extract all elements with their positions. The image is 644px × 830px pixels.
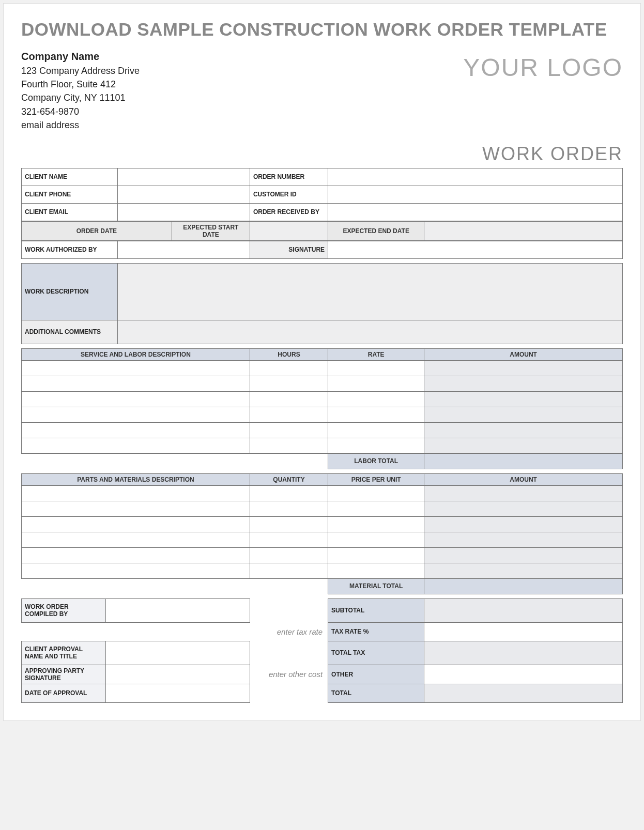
- table-row: [22, 532, 623, 547]
- service-hours-header: HOURS: [250, 348, 328, 360]
- company-block: Company Name 123 Company Address Drive F…: [21, 49, 140, 131]
- client-name-input[interactable]: [118, 168, 250, 186]
- customer-id-label: CUSTOMER ID: [250, 186, 328, 203]
- compiled-by-label: WORK ORDER COMPILED BY: [22, 598, 106, 622]
- expected-end-label: EXPECTED END DATE: [328, 221, 424, 240]
- subtotal-label: SUBTOTAL: [328, 598, 424, 622]
- client-approval-label: CLIENT APPROVAL NAME AND TITLE: [22, 641, 106, 665]
- auth-table: WORK AUTHORIZED BY SIGNATURE: [21, 241, 623, 259]
- order-date-label: ORDER DATE: [22, 221, 172, 240]
- doc-type: WORK ORDER: [21, 143, 623, 165]
- client-approval-input[interactable]: [105, 641, 250, 665]
- approving-sig-label: APPROVING PARTY SIGNATURE: [22, 665, 106, 684]
- total-tax-value[interactable]: [424, 641, 623, 665]
- table-row: [22, 516, 623, 532]
- other-value[interactable]: [424, 665, 623, 684]
- service-rate-header: RATE: [328, 348, 424, 360]
- table-row: [22, 360, 623, 376]
- service-labor-table: SERVICE AND LABOR DESCRIPTION HOURS RATE…: [21, 348, 623, 469]
- total-tax-label: TOTAL TAX: [328, 641, 424, 665]
- work-desc-label: WORK DESCRIPTION: [22, 263, 118, 320]
- company-city: Company City, NY 11101: [21, 91, 140, 104]
- company-phone: 321-654-9870: [21, 105, 140, 118]
- total-label: TOTAL: [328, 684, 424, 702]
- total-value[interactable]: [424, 684, 623, 702]
- signature-input[interactable]: [328, 241, 623, 258]
- other-label: OTHER: [328, 665, 424, 684]
- table-row: [22, 438, 623, 453]
- other-hint: enter other cost: [250, 665, 328, 684]
- company-addr2: Fourth Floor, Suite 412: [21, 78, 140, 91]
- dates-table: ORDER DATE EXPECTED START DATE EXPECTED …: [21, 221, 623, 241]
- compiled-by-input[interactable]: [105, 598, 250, 622]
- parts-materials-table: PARTS AND MATERIALS DESCRIPTION QUANTITY…: [21, 473, 623, 594]
- signature-label: SIGNATURE: [250, 241, 328, 258]
- parts-amount-header: AMOUNT: [424, 473, 623, 485]
- date-approval-input[interactable]: [105, 684, 250, 702]
- description-table: WORK DESCRIPTION ADDITIONAL COMMENTS: [21, 263, 623, 344]
- footer-composite: WORK ORDER COMPILED BY SUBTOTAL enter ta…: [21, 598, 623, 703]
- add-comments-input[interactable]: [118, 320, 623, 344]
- parts-desc-header: PARTS AND MATERIALS DESCRIPTION: [22, 473, 250, 485]
- service-amount-header: AMOUNT: [424, 348, 623, 360]
- labor-total-value[interactable]: [424, 453, 623, 469]
- expected-start-input[interactable]: [250, 221, 328, 240]
- client-order-table: CLIENT NAME ORDER NUMBER CLIENT PHONE CU…: [21, 168, 623, 221]
- order-number-label: ORDER NUMBER: [250, 168, 328, 186]
- add-comments-label: ADDITIONAL COMMENTS: [22, 320, 118, 344]
- header-row: Company Name 123 Company Address Drive F…: [21, 49, 623, 131]
- client-phone-label: CLIENT PHONE: [22, 186, 118, 203]
- company-addr1: 123 Company Address Drive: [21, 64, 140, 78]
- labor-total-label: LABOR TOTAL: [328, 453, 424, 469]
- client-email-input[interactable]: [118, 203, 250, 221]
- company-name: Company Name: [21, 49, 140, 64]
- material-total-label: MATERIAL TOTAL: [328, 578, 424, 594]
- parts-ppu-header: PRICE PER UNIT: [328, 473, 424, 485]
- work-desc-input[interactable]: [118, 263, 623, 320]
- table-row: [22, 547, 623, 563]
- order-number-input[interactable]: [328, 168, 623, 186]
- tax-rate-label: TAX RATE %: [328, 622, 424, 641]
- table-row: [22, 407, 623, 422]
- expected-start-label: EXPECTED START DATE: [172, 221, 250, 240]
- service-desc-header: SERVICE AND LABOR DESCRIPTION: [22, 348, 250, 360]
- subtotal-value[interactable]: [424, 598, 623, 622]
- table-row: [22, 501, 623, 516]
- client-email-label: CLIENT EMAIL: [22, 203, 118, 221]
- company-email: email address: [21, 118, 140, 132]
- work-auth-input[interactable]: [118, 241, 250, 258]
- document-page: DOWNLOAD SAMPLE CONSTRUCTION WORK ORDER …: [3, 3, 641, 721]
- tax-rate-value[interactable]: [424, 622, 623, 641]
- customer-id-input[interactable]: [328, 186, 623, 203]
- material-total-value[interactable]: [424, 578, 623, 594]
- table-row: [22, 376, 623, 391]
- order-received-label: ORDER RECEIVED BY: [250, 203, 328, 221]
- date-approval-label: DATE OF APPROVAL: [22, 684, 106, 702]
- tax-hint: enter tax rate: [250, 622, 328, 641]
- table-row: [22, 391, 623, 407]
- approving-sig-input[interactable]: [105, 665, 250, 684]
- expected-end-input[interactable]: [424, 221, 623, 240]
- page-title: DOWNLOAD SAMPLE CONSTRUCTION WORK ORDER …: [21, 19, 623, 40]
- logo-placeholder: YOUR LOGO: [463, 53, 623, 82]
- parts-qty-header: QUANTITY: [250, 473, 328, 485]
- table-row: [22, 422, 623, 438]
- client-phone-input[interactable]: [118, 186, 250, 203]
- client-name-label: CLIENT NAME: [22, 168, 118, 186]
- table-row: [22, 563, 623, 578]
- work-auth-label: WORK AUTHORIZED BY: [22, 241, 118, 258]
- order-received-input[interactable]: [328, 203, 623, 221]
- table-row: [22, 485, 623, 501]
